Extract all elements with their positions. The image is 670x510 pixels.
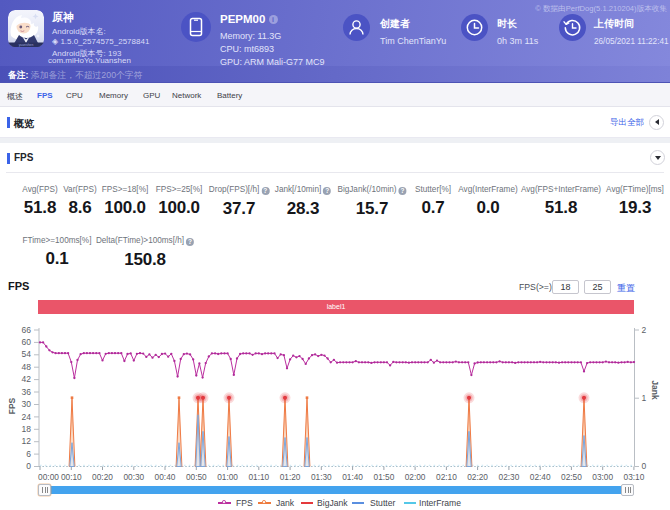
svg-text:01:10: 01:10 <box>248 472 269 482</box>
svg-text:36: 36 <box>22 387 32 397</box>
svg-text:48: 48 <box>22 362 32 372</box>
svg-text:6: 6 <box>26 449 31 459</box>
svg-text:24: 24 <box>22 412 32 422</box>
svg-text:60: 60 <box>22 337 32 347</box>
svg-text:03:10: 03:10 <box>624 472 645 482</box>
svg-text:02:50: 02:50 <box>561 472 582 482</box>
svg-text:01:00: 01:00 <box>217 472 238 482</box>
svg-text:02:20: 02:20 <box>467 472 488 482</box>
svg-text:1: 1 <box>642 393 647 403</box>
svg-text:01:50: 01:50 <box>374 472 395 482</box>
svg-text:2: 2 <box>642 325 647 335</box>
svg-text:00:50: 00:50 <box>186 472 207 482</box>
svg-text:18: 18 <box>22 424 32 434</box>
svg-text:02:40: 02:40 <box>530 472 551 482</box>
svg-text:FPS: FPS <box>7 397 17 414</box>
svg-text:yuanshen: yuanshen <box>19 43 34 47</box>
svg-text:00:20: 00:20 <box>92 472 113 482</box>
svg-text:03:00: 03:00 <box>592 472 613 482</box>
svg-text:42: 42 <box>22 374 32 384</box>
svg-text:00:40: 00:40 <box>155 472 176 482</box>
svg-text:01:30: 01:30 <box>311 472 332 482</box>
svg-text:0: 0 <box>642 461 647 471</box>
svg-text:00:00: 00:00 <box>38 472 59 482</box>
svg-text:02:30: 02:30 <box>499 472 520 482</box>
svg-text:66: 66 <box>22 325 32 335</box>
svg-text:54: 54 <box>22 349 32 359</box>
svg-text:30: 30 <box>22 399 32 409</box>
svg-text:01:20: 01:20 <box>280 472 301 482</box>
svg-text:00:30: 00:30 <box>123 472 144 482</box>
svg-text:01:40: 01:40 <box>342 472 363 482</box>
svg-text:00:10: 00:10 <box>61 472 82 482</box>
svg-text:12: 12 <box>22 436 32 446</box>
svg-text:02:00: 02:00 <box>405 472 426 482</box>
svg-text:02:10: 02:10 <box>436 472 457 482</box>
svg-text:Jank: Jank <box>650 380 660 400</box>
svg-text:0: 0 <box>26 461 31 471</box>
